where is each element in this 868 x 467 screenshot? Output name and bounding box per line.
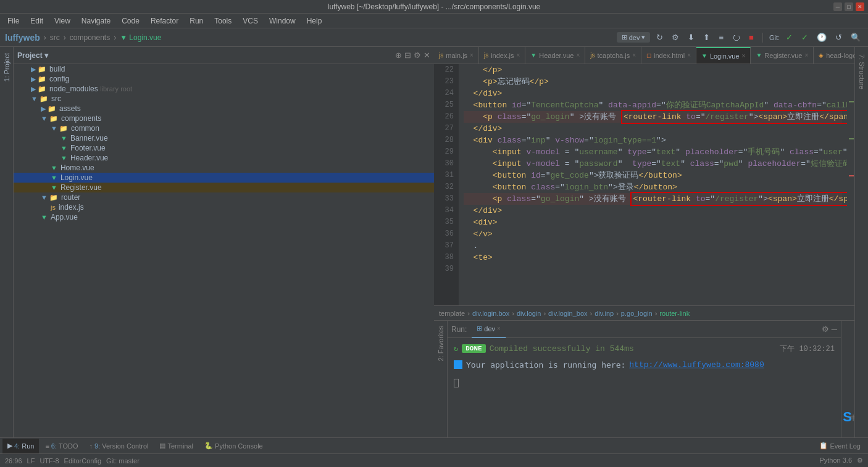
- structure-label[interactable]: 7: Structure: [857, 49, 867, 94]
- tab-head-logo[interactable]: ◈ head-logo.svg ×: [814, 47, 854, 64]
- python-console-text: Python Console: [215, 442, 263, 450]
- run-bottom-tab[interactable]: ▶ 4: Run: [2, 439, 39, 453]
- close-button[interactable]: ✕: [856, 2, 864, 11]
- status-git[interactable]: Git: master: [106, 457, 140, 465]
- close-tab-icon[interactable]: ×: [516, 52, 520, 59]
- close-tab-icon[interactable]: ×: [687, 52, 691, 59]
- toolbar-btn3[interactable]: ≡: [716, 31, 726, 43]
- breadcrumb-src[interactable]: src: [50, 33, 60, 42]
- close-tab-icon[interactable]: ×: [632, 52, 636, 59]
- toolbar-btn1[interactable]: ⬇: [685, 31, 697, 43]
- tab-tcaptcha[interactable]: js tcaptcha.js ×: [585, 47, 641, 64]
- menu-window[interactable]: Window: [264, 15, 301, 27]
- settings-run-icon[interactable]: ⚙: [822, 324, 829, 334]
- tab-register-vue[interactable]: ▼ Register.vue ×: [751, 47, 814, 64]
- tree-label: Register.vue: [61, 183, 102, 192]
- menu-edit[interactable]: Edit: [25, 15, 48, 27]
- menu-vcs[interactable]: VCS: [238, 15, 263, 27]
- success-text: Compiled successfully in 544ms: [490, 344, 634, 353]
- tab-header-vue[interactable]: ▼ Header.vue ×: [525, 47, 585, 64]
- tree-item-home[interactable]: ▼ Home.vue: [14, 163, 434, 173]
- todo-bottom-tab[interactable]: ≡ 6: TODO: [40, 439, 83, 453]
- tree-item-register[interactable]: ▼ Register.vue: [14, 183, 434, 192]
- menu-help[interactable]: Help: [302, 15, 327, 27]
- close-tab-icon[interactable]: ×: [470, 52, 474, 59]
- run-tab-dev[interactable]: ⊞ dev ×: [472, 321, 506, 338]
- branch-name: dev: [629, 34, 640, 41]
- settings-button[interactable]: ⚙: [669, 31, 682, 43]
- menu-navigate[interactable]: Navigate: [77, 15, 115, 27]
- tree-item-components[interactable]: ▼ 📁 components: [14, 114, 434, 123]
- add-file-icon[interactable]: ⊕: [395, 51, 402, 60]
- breadcrumb-components[interactable]: components: [70, 33, 110, 42]
- close-tab-icon[interactable]: ×: [805, 52, 809, 59]
- terminal-bottom-tab[interactable]: ▤ Terminal: [154, 439, 198, 453]
- python-console-bottom-tab[interactable]: 🐍 Python Console: [199, 439, 268, 453]
- tree-item-assets[interactable]: ▶ 📁 assets: [14, 104, 434, 114]
- breadcrumb-file[interactable]: ▼ Login.vue: [120, 33, 161, 42]
- settings-icon[interactable]: ⚙: [414, 51, 421, 60]
- code-editor[interactable]: 22 23 24 25 26 27 28 29 30 31 32 33 34 3…: [434, 64, 854, 320]
- git-check2[interactable]: ✓: [799, 31, 811, 43]
- close-run-tab-icon[interactable]: ×: [497, 325, 501, 332]
- toolbar-btn2[interactable]: ⬆: [701, 31, 712, 43]
- tree-item-build[interactable]: ▶ 📁 build: [14, 64, 434, 74]
- tree-item-common[interactable]: ▼ 📁 common: [14, 123, 434, 133]
- vue-icon: ▼: [51, 174, 57, 181]
- tabs-bar: js main.js × js index.js × ▼ Header.vue …: [434, 47, 854, 64]
- tab-login-vue[interactable]: ▼ Login.vue ×: [696, 47, 751, 64]
- minimize-button[interactable]: ─: [833, 2, 842, 11]
- status-editor-config[interactable]: EditorConfig: [64, 457, 102, 465]
- toolbar-btn4[interactable]: ⭮: [730, 31, 743, 43]
- line-num: 39: [439, 263, 454, 275]
- status-settings-icon[interactable]: ⚙: [857, 457, 863, 465]
- vcs-bottom-tab[interactable]: ↑ 9: Version Control: [85, 439, 154, 453]
- sidebar-project-tab[interactable]: 1: Project: [2, 49, 12, 85]
- run-sidebar-label[interactable]: 2: Favorites: [436, 323, 446, 363]
- branch-selector[interactable]: ⊞ dev ▾: [617, 32, 651, 43]
- search-button[interactable]: 🔍: [848, 31, 863, 43]
- event-log-tab[interactable]: 📋 Event Log: [814, 439, 866, 453]
- git-clock[interactable]: 🕐: [814, 31, 829, 43]
- tree-item-router[interactable]: ▼ 📁 router: [14, 192, 434, 202]
- tree-item-src[interactable]: ▼ 📁 src: [14, 94, 434, 104]
- run-url[interactable]: http://www.luffyweb.com:8080: [629, 360, 764, 370]
- close-tab-icon[interactable]: ×: [576, 52, 580, 59]
- menu-tools[interactable]: Tools: [209, 15, 236, 27]
- tree-item-banner[interactable]: ▼ Banner.vue: [14, 133, 434, 143]
- menu-file[interactable]: File: [2, 15, 24, 27]
- tab-main-js[interactable]: js main.js ×: [434, 47, 479, 64]
- tree-item-app[interactable]: ▼ App.vue: [14, 212, 434, 222]
- code-content[interactable]: </p> <p>忘记密码</p> </div> <button i: [459, 64, 847, 320]
- project-name[interactable]: luffyweb: [5, 33, 40, 43]
- status-position[interactable]: 26:96: [5, 457, 22, 465]
- collapse-icon[interactable]: ⊟: [404, 51, 411, 60]
- status-python[interactable]: Python 3.6: [819, 457, 852, 465]
- git-undo[interactable]: ↺: [833, 31, 845, 43]
- menu-code[interactable]: Code: [117, 15, 144, 27]
- git-check1[interactable]: ✓: [783, 31, 795, 43]
- tree-item-login[interactable]: ▼ Login.vue: [14, 173, 434, 183]
- file-tree-panel[interactable]: Project ▾ ⊕ ⊟ ⚙ ✕ ▶ 📁 build ▶ 📁 config ▶…: [14, 47, 434, 437]
- status-line-ending[interactable]: LF: [27, 457, 35, 465]
- path-bar: template › div.login.box › div.login › d…: [434, 305, 854, 320]
- tree-item-router-index[interactable]: js index.js: [14, 202, 434, 212]
- tab-index-js[interactable]: js index.js ×: [479, 47, 525, 64]
- code-area[interactable]: 22 23 24 25 26 27 28 29 30 31 32 33 34 3…: [434, 64, 854, 320]
- maximize-button[interactable]: □: [845, 2, 853, 11]
- line-num: 23: [439, 76, 454, 88]
- stop-button[interactable]: ■: [746, 31, 756, 43]
- tree-item-header[interactable]: ▼ Header.vue: [14, 153, 434, 163]
- menu-refactor[interactable]: Refactor: [146, 15, 183, 27]
- minimize-run-icon[interactable]: ─: [832, 324, 837, 334]
- tab-index-html[interactable]: ◻ index.html ×: [641, 47, 696, 64]
- close-panel-icon[interactable]: ✕: [424, 51, 430, 60]
- tree-item-node-modules[interactable]: ▶ 📁 node_modules library root: [14, 84, 434, 94]
- menu-view[interactable]: View: [49, 15, 75, 27]
- close-tab-icon[interactable]: ×: [742, 52, 746, 59]
- menu-run[interactable]: Run: [185, 15, 208, 27]
- tree-item-footer[interactable]: ▼ Footer.vue: [14, 143, 434, 153]
- status-encoding[interactable]: UTF-8: [40, 457, 59, 465]
- tree-item-config[interactable]: ▶ 📁 config: [14, 74, 434, 84]
- refresh-button[interactable]: ↻: [654, 31, 666, 43]
